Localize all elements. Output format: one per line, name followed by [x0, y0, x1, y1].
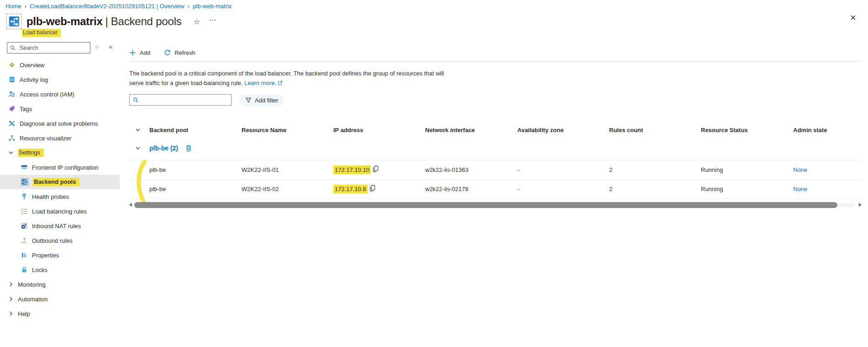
refresh-button-label: Refresh: [174, 49, 195, 56]
command-bar: Add Refresh: [129, 47, 195, 59]
table-filter-search[interactable]: [129, 94, 231, 106]
cell-network-interface: w2k22-iis-02178: [425, 186, 517, 192]
locks-icon: [21, 266, 28, 273]
more-options-icon[interactable]: …: [209, 14, 217, 23]
backend-pools-icon: [21, 178, 29, 186]
sidebar-item-health-probes[interactable]: Health probes: [0, 189, 120, 204]
sidebar-item-inbound-nat-rules[interactable]: Inbound NAT rules: [0, 219, 120, 233]
ip-address-highlighted: 172.17.10.8: [333, 185, 368, 193]
sidebar-group-automation[interactable]: Automation: [0, 292, 120, 306]
sidebar-search[interactable]: [7, 42, 90, 53]
breadcrumb-blade[interactable]: CreateLoadBalancerBladeV2-20251029105121…: [30, 3, 184, 10]
cell-resource-name: W2K22-IIS-01: [242, 166, 333, 173]
cell-resource-status: Running: [701, 166, 793, 173]
column-header-resource-status[interactable]: Resource Status: [701, 127, 793, 133]
column-header-admin-state[interactable]: Admin state: [793, 127, 862, 133]
chevron-right-icon: [8, 282, 14, 287]
horizontal-scrollbar: [129, 202, 862, 208]
cell-admin-state[interactable]: None: [793, 186, 862, 192]
cell-availability-zone: -: [517, 186, 609, 192]
resource-type-label: Load balancer: [22, 29, 61, 36]
chevron-down-icon: [8, 150, 14, 155]
cell-admin-state[interactable]: None: [793, 166, 862, 173]
sidebar-item-diagnose[interactable]: Diagnose and solve problems: [0, 116, 120, 131]
favorite-star-icon[interactable]: ☆: [194, 17, 200, 26]
scrollbar-thumb[interactable]: [134, 202, 837, 208]
external-link-icon: [278, 79, 283, 88]
tags-icon: [8, 105, 16, 112]
sidebar-item-activity-log[interactable]: Activity log: [0, 72, 120, 87]
sidebar-item-label: Help: [18, 310, 30, 317]
sidebar-item-label: Load balancing rules: [32, 208, 87, 215]
properties-icon: [21, 251, 28, 259]
sidebar-group-settings[interactable]: Settings: [0, 145, 120, 160]
health-probes-icon: [21, 193, 28, 200]
cell-resource-name: W2K22-IIS-02: [242, 186, 333, 192]
add-filter-label: Add filter: [255, 97, 278, 104]
sidebar: Overview Activity log Access control (IA…: [0, 58, 120, 321]
sidebar-item-outbound-rules[interactable]: Outbound rules: [0, 233, 120, 248]
refresh-icon: [164, 49, 171, 56]
sidebar-item-label: Frontend IP configuration: [32, 164, 99, 171]
pool-group-name[interactable]: plb-be (2): [149, 144, 178, 152]
sidebar-item-label: Inbound NAT rules: [32, 223, 81, 230]
scrollbar-left-arrow-icon[interactable]: [129, 203, 132, 207]
table-row[interactable]: plb-be W2K22-IIS-01 172.17.10.10 w2k22-i…: [129, 160, 862, 179]
close-icon[interactable]: ×: [850, 13, 856, 22]
column-header-backend-pool[interactable]: Backend pool: [149, 127, 242, 133]
sidebar-item-label: Resource visualizer: [20, 135, 71, 142]
outbound-rules-icon: [21, 237, 28, 244]
copy-icon[interactable]: [372, 165, 379, 172]
sidebar-group-help[interactable]: Help: [0, 306, 120, 321]
add-button[interactable]: Add: [129, 49, 150, 56]
sidebar-item-resource-visualizer[interactable]: Resource visualizer: [0, 131, 120, 145]
resource-visualizer-icon: [8, 134, 16, 142]
sidebar-item-frontend-ip[interactable]: Frontend IP configuration: [0, 160, 120, 175]
column-header-resource-name[interactable]: Resource Name: [242, 127, 333, 133]
add-filter-button[interactable]: Add filter: [239, 94, 284, 106]
reset-search-icon[interactable]: ◇: [95, 44, 99, 49]
blade-description: The backend pool is a critical component…: [129, 69, 444, 88]
table-filter-input[interactable]: [142, 96, 228, 104]
sidebar-item-backend-pools[interactable]: Backend pools: [0, 175, 120, 189]
collapse-sidebar-icon[interactable]: «: [109, 43, 112, 50]
sidebar-item-label: Monitoring: [18, 281, 46, 288]
sidebar-item-label: Automation: [18, 296, 48, 303]
sidebar-item-label: Health probes: [32, 193, 69, 200]
sidebar-item-properties[interactable]: Properties: [0, 248, 120, 262]
scrollbar-right-arrow-icon[interactable]: [859, 203, 862, 207]
table-row[interactable]: plb-be W2K22-IIS-02 172.17.10.8 w2k22-ii…: [129, 179, 862, 198]
column-header-network-interface[interactable]: Network interface: [425, 127, 517, 133]
column-header-availability-zone[interactable]: Availability zone: [517, 127, 609, 133]
pool-group-row: plb-be (2): [129, 136, 862, 160]
collapse-group-chevron-icon[interactable]: [129, 145, 149, 151]
copy-icon[interactable]: [369, 185, 376, 192]
cell-ip-address: 172.17.10.10: [333, 165, 425, 174]
refresh-button[interactable]: Refresh: [164, 49, 195, 56]
sidebar-group-monitoring[interactable]: Monitoring: [0, 277, 120, 292]
breadcrumb-current[interactable]: plb-web-matrix: [193, 3, 231, 10]
page-title: plb-web-matrix|Backend pools: [26, 13, 182, 30]
sidebar-item-load-balancing-rules[interactable]: Load balancing rules: [0, 204, 120, 219]
sidebar-item-access-control[interactable]: Access control (IAM): [0, 87, 120, 101]
sidebar-item-locks[interactable]: Locks: [0, 262, 120, 277]
plus-icon: [129, 49, 136, 56]
expand-all-chevron-icon[interactable]: [129, 127, 149, 133]
learn-more-link[interactable]: Learn more.: [244, 80, 276, 86]
sidebar-item-overview[interactable]: Overview: [0, 58, 120, 72]
cell-network-interface: w2k22-iis-01363: [425, 166, 517, 173]
column-header-rules-count[interactable]: Rules count: [609, 127, 701, 133]
overview-icon: [8, 61, 16, 69]
toolbar-divider: [129, 61, 862, 62]
sidebar-item-label: Outbound rules: [32, 237, 73, 244]
sidebar-item-label: Activity log: [20, 76, 48, 83]
load-balancing-rules-icon: [21, 208, 28, 215]
breadcrumb: Home › CreateLoadBalancerBladeV2-2025102…: [5, 3, 231, 10]
delete-pool-icon[interactable]: [185, 144, 192, 152]
sidebar-item-tags[interactable]: Tags: [0, 101, 120, 116]
breadcrumb-home[interactable]: Home: [5, 3, 21, 10]
resource-name: plb-web-matrix: [26, 15, 102, 27]
sidebar-search-input[interactable]: [18, 44, 87, 52]
column-header-ip-address[interactable]: IP address: [333, 127, 425, 133]
search-icon: [133, 97, 139, 103]
